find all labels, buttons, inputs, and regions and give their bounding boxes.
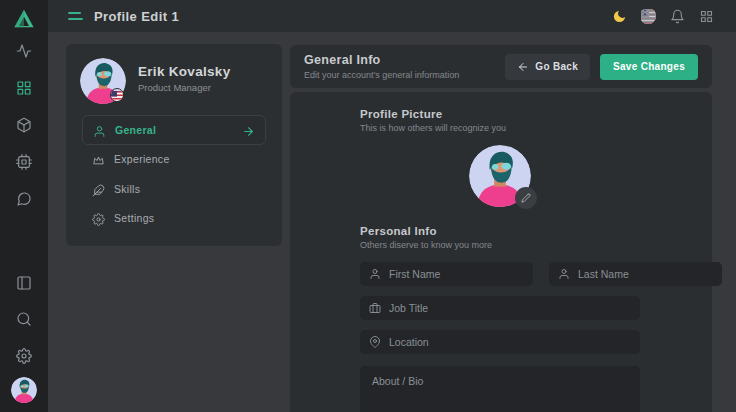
personal-info-title: Personal Info	[360, 225, 640, 237]
user-icon	[558, 268, 570, 280]
user-role: Product Manager	[138, 82, 211, 93]
crown-icon	[92, 153, 105, 166]
language-us-flag-icon[interactable]	[640, 8, 656, 24]
job-title-field[interactable]	[360, 296, 640, 320]
menu-item-experience[interactable]: Experience	[82, 147, 266, 171]
user-icon	[93, 124, 106, 137]
personal-info-subtitle: Others diserve to know you more	[360, 240, 640, 250]
activity-icon[interactable]	[16, 43, 32, 59]
menu-label-general: General	[115, 124, 156, 136]
profile-picture-subtitle: This is how others will recognize you	[360, 123, 640, 133]
general-info-header: General Info Edit your account's general…	[290, 45, 712, 88]
save-changes-button[interactable]: Save Changes	[600, 54, 698, 80]
hamburger-menu-icon[interactable]	[68, 10, 84, 22]
dashboard-grid-icon[interactable]	[16, 80, 32, 96]
profile-summary-card: Erik Kovalsky Product Manager General Ex…	[66, 44, 282, 246]
form-column: Profile Picture This is how others will …	[360, 92, 640, 412]
topbar: Profile Edit 1	[48, 0, 736, 32]
last-name-input[interactable]	[578, 268, 713, 280]
topbar-actions	[611, 8, 736, 24]
profile-edit-app: { "topbar": { "title": "Profile Edit 1",…	[0, 0, 736, 412]
notifications-bell-icon[interactable]	[669, 8, 685, 24]
box-icon[interactable]	[16, 117, 32, 133]
user-name: Erik Kovalsky	[138, 64, 230, 79]
general-info-form-card: Profile Picture This is how others will …	[290, 92, 712, 412]
first-name-input[interactable]	[389, 268, 524, 280]
map-pin-icon	[369, 336, 381, 348]
menu-item-skills[interactable]: Skills	[82, 177, 266, 201]
header-titles: General Info Edit your account's general…	[304, 53, 459, 80]
profile-picture-title: Profile Picture	[360, 108, 640, 120]
about-bio-textarea[interactable]	[360, 366, 640, 412]
icon-sidebar	[0, 0, 48, 412]
location-field[interactable]	[360, 330, 640, 354]
arrow-left-icon	[517, 61, 529, 73]
menu-label-experience: Experience	[114, 153, 170, 165]
last-name-field[interactable]	[549, 262, 722, 286]
go-back-button[interactable]: Go Back	[505, 54, 590, 80]
page-title: Profile Edit 1	[94, 9, 179, 24]
profile-picture-avatar	[469, 145, 531, 207]
menu-item-general[interactable]: General	[82, 115, 266, 145]
feather-icon	[92, 183, 105, 196]
job-title-input[interactable]	[389, 302, 631, 314]
user-icon	[369, 268, 381, 280]
gear-icon[interactable]	[16, 348, 32, 364]
briefcase-icon	[369, 302, 381, 314]
moon-darkmode-icon[interactable]	[611, 8, 627, 24]
pencil-icon	[521, 193, 531, 203]
apps-grid-icon[interactable]	[698, 8, 714, 24]
go-back-label: Go Back	[535, 61, 578, 72]
first-name-field[interactable]	[360, 262, 533, 286]
section-title: General Info	[304, 53, 459, 67]
app-logo-triangle-icon[interactable]	[13, 8, 35, 30]
menu-label-skills: Skills	[114, 183, 140, 195]
chat-bubble-icon[interactable]	[16, 191, 32, 207]
menu-item-settings[interactable]: Settings	[82, 206, 266, 230]
menu-label-settings: Settings	[114, 212, 154, 224]
save-changes-label: Save Changes	[613, 61, 685, 72]
avatar-flag-badge-icon	[110, 88, 124, 102]
header-buttons: Go Back Save Changes	[505, 54, 698, 80]
location-input[interactable]	[389, 336, 631, 348]
cpu-icon[interactable]	[16, 154, 32, 170]
sidebar-user-avatar[interactable]	[11, 377, 37, 403]
gear-icon	[92, 212, 105, 225]
layout-panel-icon[interactable]	[16, 275, 32, 291]
section-subtitle: Edit your account's general information	[304, 70, 459, 80]
name-fields-row	[360, 262, 640, 286]
arrow-right-icon	[242, 124, 255, 137]
edit-avatar-button[interactable]	[515, 187, 537, 209]
search-icon[interactable]	[16, 311, 32, 327]
